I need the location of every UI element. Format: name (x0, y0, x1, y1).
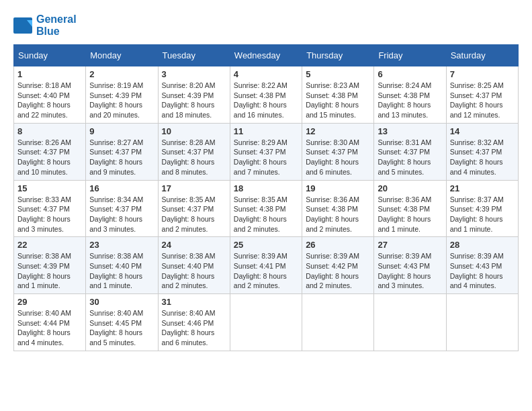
calendar-week-5: 29Sunrise: 8:40 AMSunset: 4:44 PMDayligh… (14, 294, 519, 351)
calendar-cell: 8Sunrise: 8:26 AMSunset: 4:37 PMDaylight… (14, 123, 86, 180)
day-info: Sunrise: 8:39 AMSunset: 4:41 PMDaylight:… (234, 251, 298, 291)
calendar-cell: 15Sunrise: 8:33 AMSunset: 4:37 PMDayligh… (14, 180, 86, 237)
day-info: Sunrise: 8:38 AMSunset: 4:39 PMDaylight:… (17, 251, 82, 291)
calendar-cell: 22Sunrise: 8:38 AMSunset: 4:39 PMDayligh… (14, 237, 86, 294)
calendar-cell: 23Sunrise: 8:38 AMSunset: 4:40 PMDayligh… (86, 237, 158, 294)
calendar-cell: 4Sunrise: 8:22 AMSunset: 4:38 PMDaylight… (230, 66, 302, 124)
weekday-header-friday: Friday (374, 45, 446, 66)
day-number: 29 (17, 297, 82, 307)
day-number: 21 (450, 183, 515, 193)
day-info: Sunrise: 8:38 AMSunset: 4:40 PMDaylight:… (162, 251, 226, 291)
calendar-table: SundayMondayTuesdayWednesdayThursdayFrid… (13, 44, 519, 351)
day-number: 9 (89, 126, 154, 136)
calendar-cell: 21Sunrise: 8:37 AMSunset: 4:39 PMDayligh… (446, 180, 518, 237)
calendar-week-4: 22Sunrise: 8:38 AMSunset: 4:39 PMDayligh… (14, 237, 519, 294)
day-info: Sunrise: 8:18 AMSunset: 4:40 PMDaylight:… (17, 81, 82, 120)
calendar-cell: 27Sunrise: 8:39 AMSunset: 4:43 PMDayligh… (374, 237, 446, 294)
logo: General Blue (13, 13, 77, 38)
calendar-cell: 12Sunrise: 8:30 AMSunset: 4:37 PMDayligh… (302, 123, 374, 180)
day-info: Sunrise: 8:37 AMSunset: 4:39 PMDaylight:… (450, 195, 515, 234)
day-info: Sunrise: 8:31 AMSunset: 4:37 PMDaylight:… (378, 138, 442, 177)
day-number: 15 (17, 183, 82, 193)
day-info: Sunrise: 8:23 AMSunset: 4:38 PMDaylight:… (306, 81, 370, 120)
day-info: Sunrise: 8:19 AMSunset: 4:39 PMDaylight:… (89, 81, 154, 120)
day-number: 17 (162, 183, 226, 193)
calendar-cell: 18Sunrise: 8:35 AMSunset: 4:38 PMDayligh… (230, 180, 302, 237)
logo-text: General Blue (36, 13, 77, 38)
calendar-cell: 6Sunrise: 8:24 AMSunset: 4:38 PMDaylight… (374, 66, 446, 124)
calendar-week-1: 1Sunrise: 8:18 AMSunset: 4:40 PMDaylight… (14, 66, 519, 124)
day-number: 2 (89, 69, 154, 79)
calendar-cell: 25Sunrise: 8:39 AMSunset: 4:41 PMDayligh… (230, 237, 302, 294)
day-number: 28 (450, 240, 515, 250)
calendar-week-2: 8Sunrise: 8:26 AMSunset: 4:37 PMDaylight… (14, 123, 519, 180)
calendar-cell (230, 294, 302, 351)
day-info: Sunrise: 8:25 AMSunset: 4:37 PMDaylight:… (450, 81, 515, 120)
day-info: Sunrise: 8:27 AMSunset: 4:37 PMDaylight:… (89, 138, 154, 177)
day-number: 1 (17, 69, 82, 79)
day-info: Sunrise: 8:20 AMSunset: 4:39 PMDaylight:… (162, 81, 226, 120)
day-number: 8 (17, 126, 82, 136)
calendar-cell (374, 294, 446, 351)
day-info: Sunrise: 8:34 AMSunset: 4:37 PMDaylight:… (89, 195, 154, 234)
weekday-header-tuesday: Tuesday (158, 45, 230, 66)
calendar-cell: 19Sunrise: 8:36 AMSunset: 4:38 PMDayligh… (302, 180, 374, 237)
calendar-cell (302, 294, 374, 351)
weekday-header-monday: Monday (86, 45, 158, 66)
day-info: Sunrise: 8:28 AMSunset: 4:37 PMDaylight:… (162, 138, 226, 177)
calendar-cell: 16Sunrise: 8:34 AMSunset: 4:37 PMDayligh… (86, 180, 158, 237)
day-info: Sunrise: 8:26 AMSunset: 4:37 PMDaylight:… (17, 138, 82, 177)
day-number: 26 (306, 240, 370, 250)
day-info: Sunrise: 8:22 AMSunset: 4:38 PMDaylight:… (234, 81, 298, 120)
svg-rect-2 (15, 19, 26, 32)
day-info: Sunrise: 8:40 AMSunset: 4:45 PMDaylight:… (89, 308, 154, 348)
calendar-cell: 26Sunrise: 8:39 AMSunset: 4:42 PMDayligh… (302, 237, 374, 294)
calendar-cell: 3Sunrise: 8:20 AMSunset: 4:39 PMDaylight… (158, 66, 230, 124)
page-header: General Blue (13, 13, 519, 38)
calendar-cell: 1Sunrise: 8:18 AMSunset: 4:40 PMDaylight… (14, 66, 86, 124)
day-number: 3 (162, 69, 226, 79)
day-number: 12 (306, 126, 370, 136)
day-info: Sunrise: 8:33 AMSunset: 4:37 PMDaylight:… (17, 195, 82, 234)
day-number: 16 (89, 183, 154, 193)
day-number: 27 (378, 240, 442, 250)
day-number: 6 (378, 69, 442, 79)
calendar-week-3: 15Sunrise: 8:33 AMSunset: 4:37 PMDayligh… (14, 180, 519, 237)
calendar-cell: 7Sunrise: 8:25 AMSunset: 4:37 PMDaylight… (446, 66, 518, 124)
day-number: 20 (378, 183, 442, 193)
calendar-cell: 9Sunrise: 8:27 AMSunset: 4:37 PMDaylight… (86, 123, 158, 180)
calendar-cell: 31Sunrise: 8:40 AMSunset: 4:46 PMDayligh… (158, 294, 230, 351)
calendar-cell: 29Sunrise: 8:40 AMSunset: 4:44 PMDayligh… (14, 294, 86, 351)
day-info: Sunrise: 8:30 AMSunset: 4:37 PMDaylight:… (306, 138, 370, 177)
day-info: Sunrise: 8:39 AMSunset: 4:43 PMDaylight:… (378, 251, 442, 291)
day-number: 24 (162, 240, 226, 250)
day-info: Sunrise: 8:38 AMSunset: 4:40 PMDaylight:… (89, 251, 154, 291)
calendar-cell (446, 294, 518, 351)
day-info: Sunrise: 8:39 AMSunset: 4:42 PMDaylight:… (306, 251, 370, 291)
calendar-cell: 17Sunrise: 8:35 AMSunset: 4:37 PMDayligh… (158, 180, 230, 237)
day-number: 31 (162, 297, 226, 307)
calendar-cell: 2Sunrise: 8:19 AMSunset: 4:39 PMDaylight… (86, 66, 158, 124)
day-info: Sunrise: 8:35 AMSunset: 4:38 PMDaylight:… (234, 195, 298, 234)
day-number: 23 (89, 240, 154, 250)
day-info: Sunrise: 8:35 AMSunset: 4:37 PMDaylight:… (162, 195, 226, 234)
day-info: Sunrise: 8:24 AMSunset: 4:38 PMDaylight:… (378, 81, 442, 120)
day-number: 10 (162, 126, 226, 136)
weekday-header-wednesday: Wednesday (230, 45, 302, 66)
day-number: 5 (306, 69, 370, 79)
day-number: 18 (234, 183, 298, 193)
day-info: Sunrise: 8:36 AMSunset: 4:38 PMDaylight:… (378, 195, 442, 234)
calendar-cell: 14Sunrise: 8:32 AMSunset: 4:37 PMDayligh… (446, 123, 518, 180)
weekday-header-saturday: Saturday (446, 45, 518, 66)
weekday-header-sunday: Sunday (14, 45, 86, 66)
day-info: Sunrise: 8:40 AMSunset: 4:46 PMDaylight:… (162, 308, 226, 348)
day-info: Sunrise: 8:40 AMSunset: 4:44 PMDaylight:… (17, 308, 82, 348)
day-number: 25 (234, 240, 298, 250)
calendar-cell: 20Sunrise: 8:36 AMSunset: 4:38 PMDayligh… (374, 180, 446, 237)
day-info: Sunrise: 8:32 AMSunset: 4:37 PMDaylight:… (450, 138, 515, 177)
day-info: Sunrise: 8:39 AMSunset: 4:43 PMDaylight:… (450, 251, 515, 291)
calendar-cell: 5Sunrise: 8:23 AMSunset: 4:38 PMDaylight… (302, 66, 374, 124)
weekday-header-thursday: Thursday (302, 45, 374, 66)
calendar-cell: 13Sunrise: 8:31 AMSunset: 4:37 PMDayligh… (374, 123, 446, 180)
calendar-cell: 30Sunrise: 8:40 AMSunset: 4:45 PMDayligh… (86, 294, 158, 351)
